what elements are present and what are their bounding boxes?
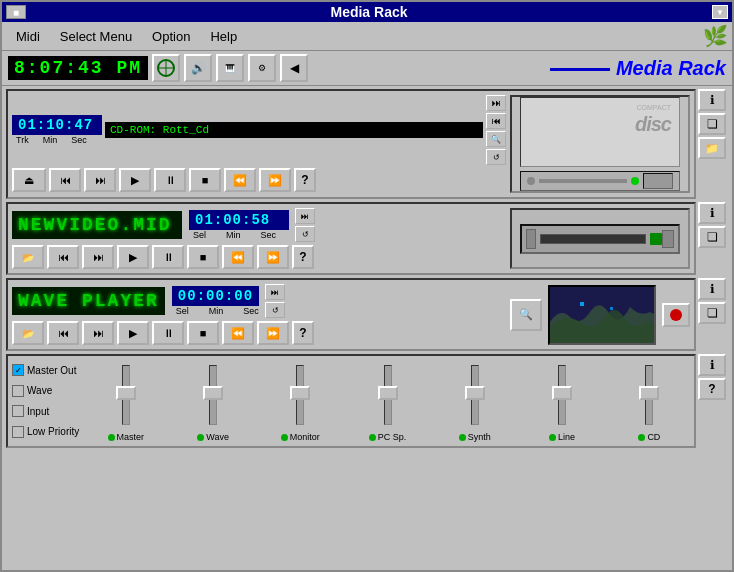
fader-track-monitor: [296, 365, 304, 425]
fader-handle-wave[interactable]: [203, 386, 223, 400]
channel-label-line: Line: [549, 432, 575, 442]
cd-stop-btn[interactable]: ■: [189, 168, 221, 192]
mixer-label-master: ✓ Master Out: [12, 364, 79, 376]
svg-rect-1: [580, 302, 584, 306]
midi-stop-btn[interactable]: ■: [187, 245, 219, 269]
menu-select[interactable]: Select Menu: [50, 27, 142, 46]
mixer-info-btn[interactable]: ℹ: [698, 354, 726, 376]
cd-help-btn[interactable]: ?: [294, 168, 316, 192]
midi-help-btn[interactable]: ?: [292, 245, 314, 269]
cd-refresh[interactable]: ↺: [486, 149, 506, 165]
cd-track-labels: Trk Min Sec: [12, 135, 102, 145]
midi-open-btn[interactable]: 📂: [12, 245, 44, 269]
cd-step-back-btn[interactable]: ⏪: [224, 168, 256, 192]
midi-name-display: NEWVIDEO.MID: [12, 211, 182, 239]
wave-visualization: 🔍: [510, 284, 690, 345]
cd-section-wrapper: 01:10:47 Trk Min Sec CD-ROM: Rott_Cd ⏭ ⏮…: [6, 89, 728, 199]
mixer-checkbox-priority[interactable]: [12, 426, 24, 438]
mixer-help-btn[interactable]: ?: [698, 378, 726, 400]
fader-master: [122, 360, 130, 430]
cd-prev-btn[interactable]: ⏮: [49, 168, 81, 192]
globe-icon-btn[interactable]: [152, 54, 180, 82]
midi-time-labels: Sel Min Sec: [189, 230, 289, 240]
app-icon: 🌿: [703, 24, 728, 48]
wave-play-btn[interactable]: ▶: [117, 321, 149, 345]
wave-open-btn[interactable]: 📂: [12, 321, 44, 345]
cd-status-led: [631, 177, 639, 185]
fader-track-pcsp: [384, 365, 392, 425]
midi-next-btn[interactable]: ⏭: [82, 245, 114, 269]
cd-tray-slot: [539, 179, 627, 183]
cd-next-btn[interactable]: ⏭: [84, 168, 116, 192]
title-bar: ■ Media Rack ▼: [2, 2, 732, 22]
midi-small-buttons: ⏭ ↺: [295, 208, 315, 242]
cd-copy-btn[interactable]: ❏: [698, 113, 726, 135]
wave-help-btn[interactable]: ?: [292, 321, 314, 345]
floppy-eject-btn[interactable]: [662, 230, 674, 248]
wave-record-btn[interactable]: [662, 303, 690, 327]
menu-option[interactable]: Option: [142, 27, 200, 46]
channel-label-pcsp: PC Sp.: [369, 432, 407, 442]
fader-handle-master[interactable]: [116, 386, 136, 400]
fader-track-master: [122, 365, 130, 425]
mixer-checkbox-wave[interactable]: [12, 385, 24, 397]
fader-handle-pcsp[interactable]: [378, 386, 398, 400]
menu-midi[interactable]: Midi: [6, 27, 50, 46]
back-btn[interactable]: ◀: [280, 54, 308, 82]
cd-skip-fwd[interactable]: ⏭: [486, 95, 506, 111]
mixer-labels: ✓ Master Out Wave Input Low Priority: [12, 360, 79, 442]
mixer-checkbox-master[interactable]: ✓: [12, 364, 24, 376]
app-title: Media Rack: [26, 4, 712, 20]
wave-viz-screen: [548, 285, 657, 345]
fader-handle-line[interactable]: [552, 386, 572, 400]
cd-eject-btn[interactable]: ⏏: [12, 168, 46, 192]
mixer-checkbox-input[interactable]: [12, 405, 24, 417]
wave-prev-btn[interactable]: ⏮: [47, 321, 79, 345]
mixer-channel-master: Master: [85, 360, 166, 442]
speaker-btn[interactable]: 🔊: [184, 54, 212, 82]
floppy-display: [510, 208, 690, 269]
wave-btn1[interactable]: ⏭: [265, 284, 285, 300]
wave-copy-btn[interactable]: ❏: [698, 302, 726, 324]
midi-pause-btn[interactable]: ⏸: [152, 245, 184, 269]
midi-copy-btn[interactable]: ❏: [698, 226, 726, 248]
cd-step-fwd-btn[interactable]: ⏩: [259, 168, 291, 192]
cd-small-buttons: ⏭ ⏮ 🔍 ↺: [486, 95, 506, 165]
cd-play-btn[interactable]: ▶: [119, 168, 151, 192]
cd-search[interactable]: 🔍: [486, 131, 506, 147]
fader-handle-synth[interactable]: [465, 386, 485, 400]
wave-step-fwd-btn[interactable]: ⏩: [257, 321, 289, 345]
cd-pause-btn[interactable]: ⏸: [154, 168, 186, 192]
menu-help[interactable]: Help: [200, 27, 247, 46]
fader-handle-cd[interactable]: [639, 386, 659, 400]
piano-btn[interactable]: 🎹: [216, 54, 244, 82]
midi-play-btn[interactable]: ▶: [117, 245, 149, 269]
wave-stop-btn[interactable]: ■: [187, 321, 219, 345]
wave-thumb-button[interactable]: 🔍: [510, 299, 542, 331]
fader-track-cd: [645, 365, 653, 425]
midi-btn1[interactable]: ⏭: [295, 208, 315, 224]
midi-prev-btn[interactable]: ⏮: [47, 245, 79, 269]
cd-skip-back[interactable]: ⏮: [486, 113, 506, 129]
wave-btn2[interactable]: ↺: [265, 302, 285, 318]
svg-rect-2: [610, 307, 613, 310]
minimize-button[interactable]: ▼: [712, 5, 728, 19]
fader-handle-monitor[interactable]: [290, 386, 310, 400]
wave-pause-btn[interactable]: ⏸: [152, 321, 184, 345]
floppy-slot: [540, 234, 646, 244]
wave-step-back-btn[interactable]: ⏪: [222, 321, 254, 345]
cd-folder-btn[interactable]: 📁: [698, 137, 726, 159]
system-menu-button[interactable]: ■: [6, 5, 26, 19]
toolbar: 8:07:43 PM 🔊 🎹 ⚙ ◀ Media Rack: [2, 51, 732, 86]
options-btn[interactable]: ⚙: [248, 54, 276, 82]
wave-info-btn[interactable]: ℹ: [698, 278, 726, 300]
midi-info-btn[interactable]: ℹ: [698, 202, 726, 224]
cd-info-btn[interactable]: ℹ: [698, 89, 726, 111]
midi-btn2[interactable]: ↺: [295, 226, 315, 242]
midi-step-back-btn[interactable]: ⏪: [222, 245, 254, 269]
wave-next-btn[interactable]: ⏭: [82, 321, 114, 345]
mixer-label-input: Input: [12, 405, 79, 417]
wave-time-display: 00:00:00: [172, 286, 259, 306]
wave-transport: 📂 ⏮ ⏭ ▶ ⏸ ■ ⏪ ⏩ ?: [12, 321, 506, 345]
midi-step-fwd-btn[interactable]: ⏩: [257, 245, 289, 269]
